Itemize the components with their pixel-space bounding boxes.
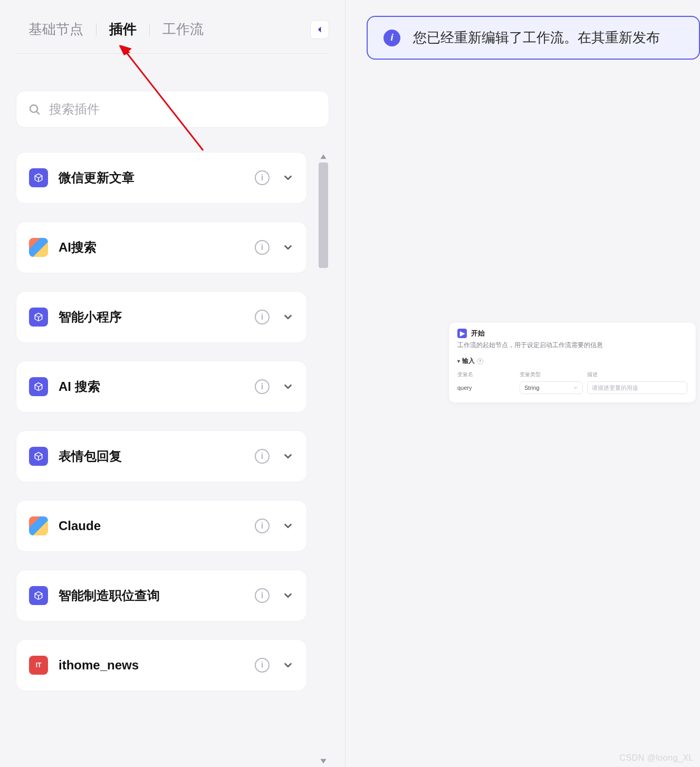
node-description: 工作流的起始节点，用于设定启动工作流需要的信息 bbox=[457, 341, 687, 349]
var-desc-input[interactable] bbox=[587, 381, 687, 394]
chevron-down-icon[interactable] bbox=[282, 381, 294, 392]
plugin-card[interactable]: 微信更新文章 i bbox=[16, 152, 307, 204]
plugin-card[interactable]: 智能制造职位查询 i bbox=[16, 570, 307, 621]
info-icon[interactable]: i bbox=[255, 240, 270, 255]
plugin-thumbnail-icon bbox=[29, 238, 48, 257]
cube-icon bbox=[29, 377, 48, 396]
plugin-card[interactable]: 表情包回复 i bbox=[16, 430, 307, 482]
plugin-card[interactable]: Claude i bbox=[16, 500, 307, 552]
cube-icon bbox=[29, 308, 48, 327]
info-icon[interactable]: i bbox=[255, 588, 270, 603]
info-icon[interactable]: i bbox=[255, 310, 270, 324]
col-header-type: 变量类型 bbox=[520, 371, 583, 378]
chevron-down-icon bbox=[573, 385, 578, 390]
tabs: 基础节点 插件 工作流 bbox=[16, 16, 216, 43]
start-node[interactable]: ▶ 开始 工作流的起始节点，用于设定启动工作流需要的信息 ▾ 输入 ? 变量名 … bbox=[448, 322, 696, 403]
chevron-down-icon[interactable] bbox=[282, 242, 294, 253]
col-header-name: 变量名 bbox=[457, 371, 515, 378]
col-header-desc: 描述 bbox=[587, 371, 687, 378]
collapse-sidebar-button[interactable] bbox=[310, 20, 329, 39]
plugin-list-scrollbar[interactable] bbox=[318, 152, 329, 767]
search-icon bbox=[28, 102, 41, 116]
node-inputs-section: ▾ 输入 ? 变量名 变量类型 描述 query String bbox=[457, 357, 687, 394]
cube-icon bbox=[29, 586, 48, 605]
chevron-left-icon bbox=[315, 25, 324, 34]
svg-marker-2 bbox=[320, 155, 326, 159]
plugin-card[interactable]: AI 搜索 i bbox=[16, 361, 307, 413]
plugin-card[interactable]: 智能小程序 i bbox=[16, 291, 307, 343]
cube-icon bbox=[29, 168, 48, 187]
plugin-thumbnail-icon bbox=[29, 516, 48, 535]
tab-workflows[interactable]: 工作流 bbox=[150, 16, 216, 43]
info-icon[interactable]: i bbox=[255, 519, 270, 533]
section-label: 输入 bbox=[462, 357, 475, 366]
plugin-search-input[interactable] bbox=[49, 102, 317, 117]
info-icon[interactable]: i bbox=[255, 449, 270, 464]
plugin-name: Claude bbox=[59, 519, 101, 533]
tab-plugins[interactable]: 插件 bbox=[97, 16, 149, 43]
table-row: query String bbox=[457, 381, 687, 394]
svg-marker-3 bbox=[320, 759, 326, 763]
workflow-canvas[interactable]: i 您已经重新编辑了工作流。在其重新发布 ▶ 开始 工作流的起始节点，用于设定启… bbox=[346, 0, 700, 767]
cube-icon bbox=[29, 447, 48, 466]
scrollbar-thumb[interactable] bbox=[319, 162, 328, 268]
svg-line-1 bbox=[37, 112, 40, 114]
plugin-card[interactable]: IT ithome_news i bbox=[16, 639, 307, 691]
plugin-search[interactable] bbox=[16, 91, 329, 128]
plugin-name: ithome_news bbox=[59, 658, 139, 673]
node-title: 开始 bbox=[471, 329, 485, 338]
var-type-select[interactable]: String bbox=[520, 381, 583, 394]
chevron-down-icon[interactable] bbox=[282, 311, 294, 323]
chevron-down-icon[interactable] bbox=[282, 520, 294, 532]
scroll-up-icon[interactable] bbox=[318, 151, 329, 162]
it-badge-icon: IT bbox=[29, 656, 48, 675]
start-node-icon: ▶ bbox=[457, 329, 467, 338]
plugin-name: 智能小程序 bbox=[59, 309, 122, 325]
workflow-edit-notice: i 您已经重新编辑了工作流。在其重新发布 bbox=[367, 16, 700, 60]
chevron-down-icon: ▾ bbox=[457, 358, 460, 364]
chevron-down-icon[interactable] bbox=[282, 659, 294, 671]
plugin-card[interactable]: AI搜索 i bbox=[16, 222, 307, 273]
plugin-name: 微信更新文章 bbox=[59, 169, 135, 186]
help-icon[interactable]: ? bbox=[477, 358, 483, 365]
tab-basic-nodes[interactable]: 基础节点 bbox=[16, 16, 96, 43]
plugin-name: AI 搜索 bbox=[59, 378, 100, 395]
tabs-row: 基础节点 插件 工作流 bbox=[16, 16, 329, 54]
chevron-down-icon[interactable] bbox=[282, 172, 294, 184]
plugin-list: 微信更新文章 i AI搜索 i bbox=[16, 152, 312, 767]
chevron-down-icon[interactable] bbox=[282, 450, 294, 462]
scroll-down-icon[interactable] bbox=[318, 755, 329, 767]
inputs-table: 变量名 变量类型 描述 query String bbox=[457, 371, 687, 394]
chevron-down-icon[interactable] bbox=[282, 590, 294, 601]
info-icon[interactable]: i bbox=[255, 170, 270, 185]
plugin-sidebar: 基础节点 插件 工作流 微信更新文章 bbox=[0, 0, 346, 767]
plugin-name: 表情包回复 bbox=[59, 448, 122, 465]
node-header: ▶ 开始 bbox=[457, 329, 687, 338]
section-header[interactable]: ▾ 输入 ? bbox=[457, 357, 687, 366]
notice-text: 您已经重新编辑了工作流。在其重新发布 bbox=[413, 28, 660, 47]
var-type-value: String bbox=[524, 385, 540, 391]
info-icon[interactable]: i bbox=[255, 658, 270, 673]
plugin-name: AI搜索 bbox=[59, 239, 97, 256]
var-name-cell: query bbox=[457, 385, 515, 391]
watermark: CSDN @loong_XL bbox=[619, 753, 694, 763]
info-circle-icon: i bbox=[383, 30, 400, 46]
plugin-name: 智能制造职位查询 bbox=[59, 587, 160, 604]
info-icon[interactable]: i bbox=[255, 379, 270, 394]
